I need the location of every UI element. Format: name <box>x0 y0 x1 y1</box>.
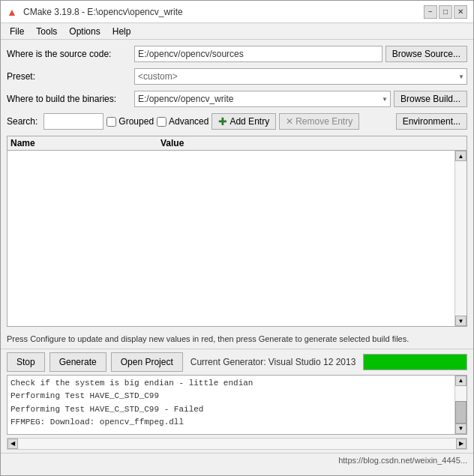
grouped-checkbox[interactable] <box>106 117 116 127</box>
grouped-checkbox-label[interactable]: Grouped <box>106 116 154 127</box>
log-scroll-track <box>455 386 466 424</box>
log-container: Check if the system is big endian - litt… <box>7 375 467 435</box>
preset-label: Preset: <box>7 71 134 82</box>
app-window: ▲ CMake 3.19.8 - E:\opencv\opencv_write … <box>0 0 474 476</box>
menu-tools[interactable]: Tools <box>30 25 63 38</box>
preset-wrapper: <custom> <box>134 68 467 85</box>
search-input[interactable] <box>44 113 104 130</box>
horiz-scroll-right[interactable]: ▶ <box>456 439 466 449</box>
search-label: Search: <box>7 116 38 127</box>
advanced-checkbox[interactable] <box>157 117 166 127</box>
app-icon: ▲ <box>7 6 19 18</box>
preset-select[interactable]: <custom> <box>134 68 467 85</box>
log-scrollbar[interactable]: ▲ ▼ <box>454 376 466 434</box>
generate-button[interactable]: Generate <box>50 352 106 372</box>
browse-source-button[interactable]: Browse Source... <box>386 46 467 62</box>
table-header: Name Value <box>8 136 466 151</box>
scroll-down-btn[interactable]: ▼ <box>455 316 466 326</box>
log-area: Check if the system is big endian - litt… <box>8 376 454 434</box>
title-bar-left: ▲ CMake 3.19.8 - E:\opencv\opencv_write <box>7 6 183 18</box>
title-controls: − □ ✕ <box>424 5 467 19</box>
log-line-3: FFMPEG: Download: opencv_ffmpeg.dll <box>10 416 452 430</box>
source-label: Where is the source code: <box>7 49 134 59</box>
table-body: ▲ ▼ <box>8 151 466 326</box>
scroll-up-btn[interactable]: ▲ <box>455 151 466 161</box>
maximize-button[interactable]: □ <box>439 5 452 19</box>
status-url: https://blog.csdn.net/weixin_4445... <box>338 456 467 465</box>
open-project-button[interactable]: Open Project <box>111 352 183 372</box>
menu-help[interactable]: Help <box>106 25 137 38</box>
x-icon: ✕ <box>286 116 293 127</box>
title-bar: ▲ CMake 3.19.8 - E:\opencv\opencv_write … <box>1 1 473 23</box>
log-scroll-thumb <box>455 401 466 424</box>
remove-entry-button[interactable]: ✕ Remove Entry <box>279 113 359 130</box>
log-scroll-up[interactable]: ▲ <box>455 376 466 386</box>
horiz-scrollbar[interactable]: ◀ ▶ <box>7 438 467 450</box>
build-input[interactable] <box>134 91 391 107</box>
browse-build-button[interactable]: Browse Build... <box>394 91 467 107</box>
add-entry-button[interactable]: ✚ Add Entry <box>212 113 276 130</box>
entries-table: Name Value ▲ ▼ <box>7 136 467 327</box>
horiz-scroll-left[interactable]: ◀ <box>8 439 18 449</box>
main-content: Where is the source code: Browse Source.… <box>1 40 473 475</box>
status-bar: https://blog.csdn.net/weixin_4445... <box>1 453 473 468</box>
scroll-track <box>455 161 466 316</box>
source-input[interactable] <box>134 46 382 62</box>
col-name-header: Name <box>10 138 160 148</box>
info-text: Press Configure to update and display ne… <box>7 334 409 343</box>
build-wrapper <box>134 91 391 107</box>
log-line-1: Performing Test HAVE_C_STD_C99 <box>10 390 452 403</box>
stop-button[interactable]: Stop <box>7 352 45 372</box>
menu-options[interactable]: Options <box>63 25 106 38</box>
horiz-scroll-track <box>18 439 456 449</box>
col-value-header: Value <box>160 138 464 148</box>
build-row: Where to build the binaries: Browse Buil… <box>7 89 467 109</box>
plus-icon: ✚ <box>218 115 227 127</box>
source-row: Where is the source code: Browse Source.… <box>7 44 467 64</box>
menu-file[interactable]: File <box>4 25 30 38</box>
minimize-button[interactable]: − <box>424 5 437 19</box>
generator-label: Current Generator: Visual Studio 12 2013 <box>190 357 356 367</box>
log-scroll-down[interactable]: ▼ <box>455 424 466 434</box>
preset-row: Preset: <custom> <box>7 67 467 86</box>
log-line-2: Performing Test HAVE_C_STD_C99 - Failed <box>10 403 452 417</box>
menu-bar: File Tools Options Help <box>1 23 473 40</box>
title-text: CMake 3.19.8 - E:\opencv\opencv_write <box>23 7 183 17</box>
environment-button[interactable]: Environment... <box>396 113 467 130</box>
advanced-checkbox-label[interactable]: Advanced <box>157 116 208 127</box>
progress-bar <box>363 354 467 370</box>
info-text-area: Press Configure to update and display ne… <box>1 330 473 349</box>
table-vscrollbar[interactable]: ▲ ▼ <box>454 151 466 326</box>
toolbar-row: Search: Grouped Advanced ✚ Add Entry ✕ R… <box>7 112 467 131</box>
build-label: Where to build the binaries: <box>7 94 134 104</box>
log-line-0: Check if the system is big endian - litt… <box>10 377 452 391</box>
bottom-toolbar: Stop Generate Open Project Current Gener… <box>1 349 473 375</box>
table-content <box>8 151 454 326</box>
close-button[interactable]: ✕ <box>454 5 467 19</box>
